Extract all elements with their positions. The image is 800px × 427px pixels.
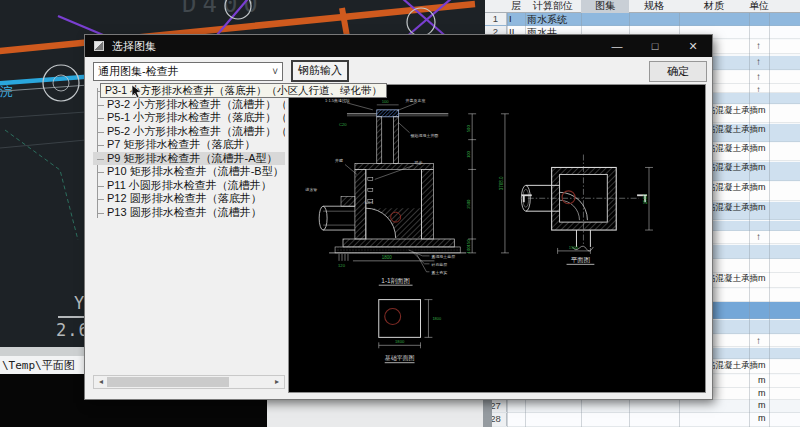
atlas-list-item[interactable]: P13 圆形排水检查井（流槽井） bbox=[93, 206, 285, 220]
column-header[interactable]: 图集 bbox=[581, 0, 629, 13]
dialog-title: 选择图集 bbox=[112, 39, 598, 54]
svg-text:踏步: 踏步 bbox=[415, 160, 423, 165]
unit-cell: m bbox=[758, 400, 766, 410]
cad-text-fragment: 浣 bbox=[0, 84, 13, 99]
cad-faint-line bbox=[0, 140, 86, 148]
atlas-list-item[interactable]: P11 小圆形排水检查井（流槽井） bbox=[93, 179, 285, 193]
list-item-tooltip: P3-1 小方形排水检查井（落底井）（小区人行道、绿化带） bbox=[100, 83, 387, 98]
svg-text:碎石垫层: 碎石垫层 bbox=[430, 262, 447, 267]
svg-text:钢筋混凝土井圈: 钢筋混凝土井圈 bbox=[410, 133, 439, 139]
scroll-right-arrow[interactable]: ▸ bbox=[271, 376, 283, 388]
svg-text:120: 120 bbox=[338, 263, 346, 268]
foundation-dim-height: 1800 bbox=[432, 316, 442, 321]
atlas-list[interactable]: P3-1 小方形排水检查井（落底井）（小区人行道、绿化带）P3-2 小方形排水检… bbox=[93, 84, 285, 373]
ok-button[interactable]: 确定 bbox=[649, 61, 707, 82]
column-header[interactable]: 层级 bbox=[507, 0, 525, 13]
plan-view bbox=[521, 155, 653, 254]
svg-text:C20: C20 bbox=[339, 122, 347, 127]
svg-text:150: 150 bbox=[466, 239, 471, 247]
grid-line bbox=[769, 13, 770, 427]
table-header-row: 层级计算部位图集规格材质单位 bbox=[485, 0, 800, 13]
column-header[interactable]: 单位 bbox=[749, 0, 769, 13]
foundation-caption: 基础平面图 bbox=[385, 354, 415, 362]
flow-arrow-icon: ↑ bbox=[756, 335, 761, 346]
atlas-list-item[interactable]: P9 矩形排水检查井（流槽井-A型） bbox=[93, 152, 285, 166]
table-row[interactable]: 28m bbox=[485, 413, 800, 427]
minimize-button[interactable]: — bbox=[598, 35, 636, 57]
atlas-list-item[interactable]: P12 圆形排水检查井（落底井） bbox=[93, 192, 285, 206]
flow-arrow-icon: ↑ bbox=[756, 56, 761, 67]
list-horizontal-scrollbar[interactable]: ◂ ▸ bbox=[93, 375, 285, 389]
screen: D400 浣 Y 2.6 \Temp\平面图 bbox=[0, 0, 800, 427]
svg-text:素混凝土垫层: 素混凝土垫层 bbox=[431, 254, 455, 259]
scrollbar-thumb[interactable] bbox=[107, 377, 229, 387]
atlas-list-item[interactable]: P10 矩形排水检查井（流槽井-B型） bbox=[93, 165, 285, 179]
cad-faint-line bbox=[0, 112, 86, 118]
flow-arrow-icon: ↑ bbox=[756, 231, 761, 242]
plan-dim-width: 1500 bbox=[569, 245, 579, 250]
svg-text:1800: 1800 bbox=[382, 255, 392, 260]
svg-text:井壁: 井壁 bbox=[335, 158, 343, 163]
flow-arrow-icon: ↑ bbox=[756, 71, 761, 82]
unit-cell: m bbox=[758, 105, 766, 115]
svg-text:素土夯实: 素土夯实 bbox=[431, 270, 447, 275]
background-panel bbox=[267, 397, 483, 427]
close-button[interactable]: ✕ bbox=[674, 35, 712, 57]
dialog-titlebar[interactable]: 选择图集 — □ ✕ bbox=[85, 35, 712, 57]
cad-circle bbox=[43, 65, 79, 101]
dialog-icon bbox=[94, 41, 104, 51]
plan-caption: 平面图 bbox=[571, 256, 590, 264]
column-header-blank[interactable] bbox=[485, 0, 507, 13]
row-level: I bbox=[509, 13, 512, 24]
atlas-category-dropdown[interactable]: 通用图集-检查井 ˅ bbox=[93, 62, 283, 81]
unit-cell: m bbox=[758, 162, 766, 172]
plan-dim-height: 1500 bbox=[643, 194, 648, 204]
svg-text:1:1.5焦渣找坡: 1:1.5焦渣找坡 bbox=[325, 98, 350, 103]
scroll-left-arrow[interactable]: ◂ bbox=[95, 376, 107, 388]
chevron-down-icon: ˅ bbox=[272, 63, 278, 80]
svg-text:100: 100 bbox=[466, 246, 471, 254]
table-row[interactable]: 27m bbox=[485, 400, 800, 413]
column-header[interactable]: 计算部位 bbox=[525, 0, 581, 13]
column-header-blank[interactable] bbox=[769, 0, 800, 13]
cad-pipe-label: D400 bbox=[182, 0, 264, 18]
atlas-preview-panel: 1:1.5焦渣找坡 井盖及支座 钢筋混凝土井圈 踏步 井壁 i=0.1 进水管 … bbox=[288, 84, 706, 393]
atlas-list-item[interactable]: P7 矩形排水检查井（落底井） bbox=[93, 138, 285, 152]
unit-cell: m bbox=[758, 124, 766, 134]
unit-cell: m bbox=[758, 413, 766, 423]
foundation-dim-width: 1800 bbox=[395, 339, 405, 344]
foundation-plan bbox=[379, 300, 433, 349]
panel-splitter[interactable] bbox=[483, 397, 492, 427]
well-drawing: 1:1.5焦渣找坡 井盖及支座 钢筋混凝土井圈 踏步 井壁 i=0.1 进水管 … bbox=[289, 85, 705, 392]
rebar-input-button[interactable]: 钢筋输入 bbox=[291, 60, 349, 82]
atlas-list-item[interactable]: P5-1 小方形排水检查井（落底井）（车行道） bbox=[93, 111, 285, 125]
column-header[interactable]: 材质 bbox=[679, 0, 749, 13]
tab-bar-scroll-band[interactable] bbox=[0, 347, 92, 356]
row-number: 1 bbox=[485, 13, 507, 25]
column-header[interactable]: 规格 bbox=[629, 0, 679, 13]
svg-text:2500: 2500 bbox=[466, 199, 471, 209]
unit-cell: m bbox=[758, 143, 766, 153]
section-view bbox=[319, 103, 509, 272]
section-caption: 1-1剖面图 bbox=[381, 277, 410, 285]
atlas-list-item[interactable]: P3-2 小方形排水检查井（流槽井）（小区人行道、绿化带） bbox=[93, 98, 285, 112]
row-part: 雨水系统 bbox=[527, 13, 567, 26]
maximize-button[interactable]: □ bbox=[636, 35, 674, 57]
mouse-cursor bbox=[131, 84, 143, 100]
unit-cell: m bbox=[758, 360, 766, 370]
svg-text:500: 500 bbox=[466, 125, 471, 133]
svg-text:i=0.1: i=0.1 bbox=[365, 200, 375, 205]
atlas-list-item[interactable]: P5-2 小方形排水检查井（流槽井）（车行道） bbox=[93, 125, 285, 139]
drawing-tab-bar: \Temp\平面图 bbox=[0, 347, 92, 375]
unit-cell: m bbox=[758, 375, 766, 385]
svg-text:井盖及支座: 井盖及支座 bbox=[406, 98, 426, 103]
flow-arrow-icon: ↑ bbox=[756, 84, 761, 93]
svg-text:100: 100 bbox=[382, 99, 390, 104]
svg-text:3768.0: 3768.0 bbox=[499, 176, 504, 190]
unit-cell: m bbox=[758, 273, 766, 283]
table-row[interactable]: 1I雨水系统 bbox=[485, 13, 800, 26]
grid-line bbox=[749, 13, 750, 427]
unit-cell: m bbox=[758, 388, 766, 398]
unit-cell: m bbox=[758, 202, 766, 212]
drawing-tab-plan[interactable]: \Temp\平面图 bbox=[0, 356, 92, 375]
